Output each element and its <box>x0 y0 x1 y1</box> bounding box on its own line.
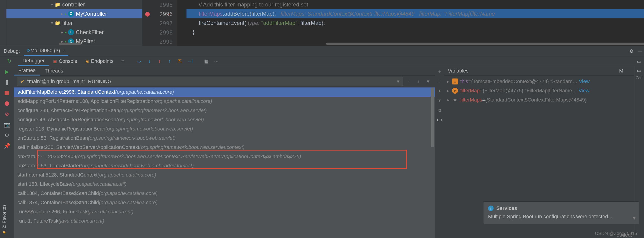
chevron-down-icon[interactable]: ▾ <box>633 215 636 221</box>
run-config-tab[interactable]: ⟳ Main8080 (3) × <box>24 46 68 56</box>
tree-item[interactable]: ▾📁controller <box>6 0 142 9</box>
evaluate-icon[interactable]: ▦ <box>201 58 211 64</box>
run-to-cursor-icon[interactable]: →I <box>185 58 195 64</box>
variable-row[interactable]: ▸≡this = {TomcatEmbeddedContext@4774} "S… <box>444 77 634 86</box>
stack-frame[interactable]: register:113, DynamicRegistrationBean (o… <box>14 124 435 134</box>
copy-icon[interactable]: ⧉ <box>436 106 443 114</box>
layout-right-icon[interactable]: ▭ <box>637 68 641 73</box>
glasses-icon[interactable]: oo <box>436 116 443 123</box>
expand-icon[interactable]: ▸ <box>448 98 452 102</box>
add-watch-icon[interactable]: ＋ <box>436 68 443 75</box>
stack-frame[interactable]: onStartup:-1, 2036324408 (org.springfram… <box>14 152 435 161</box>
tree-expand-icon[interactable]: ▾ <box>50 21 54 26</box>
code-line[interactable]: } <box>186 28 644 37</box>
close-icon[interactable]: × <box>63 49 65 53</box>
code-line[interactable]: filterMaps.addBefore(filterMap); filterM… <box>186 9 644 19</box>
tree-scrollbar[interactable] <box>59 43 81 45</box>
filter-icon[interactable]: ▼ <box>424 79 432 84</box>
trace-icon[interactable]: ⋯ <box>211 58 222 64</box>
stack-frame[interactable]: startInternal:5128, StandardContext (org… <box>14 170 435 180</box>
gutter-line[interactable]: 2999 <box>142 37 177 46</box>
tree-item[interactable]: ▸▸CCheckFilter <box>6 28 142 37</box>
notification-popup[interactable]: i Services Multiple Spring Boot run conf… <box>483 201 640 224</box>
thread-selector[interactable]: ✔ "main"@1 in group "main": RUNNING ▾ <box>17 77 403 86</box>
gutter-line[interactable]: ✓2996 <box>142 10 177 19</box>
debug-header: Debug: ⟳ Main8080 (3) × ⚙ — <box>0 46 644 56</box>
editor-gutter: 2995✓2996299729982999 <box>142 0 177 46</box>
gear-icon[interactable]: ⚙ <box>628 48 636 54</box>
step-out-icon[interactable]: ↑ <box>164 58 174 64</box>
code-line[interactable]: fireContainerEvent( type: "addFilterMap"… <box>186 19 644 28</box>
stack-frame[interactable]: run:-1, FutureTask (java.util.concurrent… <box>14 216 435 225</box>
stack-frame[interactable]: configure:46, AbstractFilterRegistration… <box>14 115 435 124</box>
stack-frame[interactable]: call:1384, ContainerBase$StartChild (org… <box>14 189 435 198</box>
stack-frame[interactable]: start:183, LifecycleBase (org.apache.cat… <box>14 180 435 189</box>
layout-icon[interactable]: ▭ <box>634 58 644 64</box>
notification-body: Multiple Spring Boot run configurations … <box>488 213 634 220</box>
step-over-icon[interactable]: ⤼ <box>134 58 144 64</box>
resume-icon[interactable]: ▶ <box>3 68 11 76</box>
settings-icon[interactable]: ⚙ <box>3 131 11 140</box>
up-icon[interactable]: ▴ <box>436 87 443 94</box>
stack-frame[interactable]: call:1374, ContainerBase$StartChild (org… <box>14 198 435 207</box>
tab-console[interactable]: ▣ Console <box>49 56 82 66</box>
prev-frame-icon[interactable]: ↑ <box>405 79 412 84</box>
favorites-tab[interactable]: ★ 2: Favorites <box>0 202 8 238</box>
view-link[interactable]: View <box>578 88 589 94</box>
variables-list[interactable]: ▸≡this = {TomcatEmbeddedContext@4774} "S… <box>444 75 634 155</box>
minimize-icon[interactable]: — <box>636 48 644 54</box>
expand-icon[interactable]: ▸ <box>448 79 452 84</box>
frames-list[interactable]: addFilterMapBefore:2996, StandardContext… <box>14 87 435 238</box>
breakpoint-icon[interactable] <box>145 12 150 17</box>
camera-icon[interactable]: 📷 <box>3 121 11 129</box>
check-icon: ✔ <box>20 79 24 84</box>
force-step-into-icon[interactable]: ↓ <box>154 58 164 64</box>
console-icon: ▣ <box>53 59 57 64</box>
tab-debugger[interactable]: Debugger <box>18 56 49 66</box>
pause-icon[interactable]: ‖ <box>3 78 11 86</box>
stack-frame[interactable]: onStartup:53, TomcatStarter (org.springf… <box>14 161 435 170</box>
threads-tab[interactable]: Threads <box>40 66 68 75</box>
step-into-icon[interactable]: ↓ <box>144 58 154 64</box>
var-name: this <box>460 78 468 84</box>
stack-frame[interactable]: addFilterMapBefore:2996, StandardContext… <box>14 87 435 97</box>
tree-expand-icon[interactable]: ▸ <box>60 30 64 35</box>
frames-tab[interactable]: Frames <box>14 66 40 75</box>
debug-body: ▶ ‖ ⊘ 📷 ⚙ 📌 Frames Threads ✔ "main"@1 in… <box>0 66 644 238</box>
stack-frame[interactable]: addMappingForUrlPatterns:108, Applicatio… <box>14 97 435 106</box>
class-icon: C <box>68 29 74 35</box>
stack-frame[interactable]: selfInitialize:230, ServletWebServerAppl… <box>14 143 435 152</box>
next-frame-icon[interactable]: ↓ <box>415 79 422 84</box>
mute-breakpoints-icon[interactable]: ⊘ <box>3 110 11 118</box>
rerun-icon[interactable]: ↻ <box>7 58 11 64</box>
view-link[interactable]: View <box>579 78 590 84</box>
editor[interactable]: 2995✓2996299729982999 // Add this filter… <box>142 0 644 46</box>
stack-frame[interactable]: onStartup:53, RegistrationBean (org.spri… <box>14 134 435 143</box>
stop-button[interactable] <box>3 89 11 97</box>
frames-scrollbar[interactable] <box>431 87 434 147</box>
variables-header: Variables <box>448 68 468 74</box>
stack-frame[interactable]: configure:238, AbstractFilterRegistratio… <box>14 106 435 115</box>
editor-scrollbar[interactable] <box>326 43 644 45</box>
variable-row[interactable]: ▸oofilterMaps = {StandardContext$Context… <box>444 95 634 104</box>
variable-row[interactable]: ▸PfilterMap = {FilterMap@4775} "FilterMa… <box>444 86 634 95</box>
threads-icon[interactable]: ≡ <box>118 58 128 64</box>
down-icon[interactable]: ▾ <box>436 97 443 104</box>
expand-icon[interactable]: ▸ <box>448 89 452 93</box>
gutter-line[interactable]: 2998 <box>142 28 177 37</box>
gutter-line[interactable]: 2997 <box>142 19 177 28</box>
editor-code[interactable]: // Add this filter mapping to our regist… <box>177 0 644 46</box>
gutter-line[interactable]: 2995 <box>142 1 177 10</box>
code-line[interactable]: // Add this filter mapping to our regist… <box>186 0 644 9</box>
stack-frame[interactable]: run$$$capture:266, FutureTask (java.util… <box>14 207 435 216</box>
remove-watch-icon[interactable]: − <box>436 77 443 85</box>
tree-expand-icon[interactable]: ▾ <box>50 2 54 7</box>
view-breakpoints-icon[interactable] <box>3 99 11 108</box>
project-tree[interactable]: ▾📁controller▸▸CMyController▾📁filter▸▸CCh… <box>6 0 142 46</box>
tree-expand-icon[interactable]: ▸ <box>60 11 64 16</box>
tree-item[interactable]: ▸▸CMyController <box>6 9 142 19</box>
drop-frame-icon[interactable]: ⇱ <box>174 58 185 64</box>
tab-endpoints[interactable]: ◉ Endpoints <box>81 56 118 66</box>
pin-icon[interactable]: 📌 <box>3 142 11 150</box>
tree-item[interactable]: ▾📁filter <box>6 19 142 28</box>
